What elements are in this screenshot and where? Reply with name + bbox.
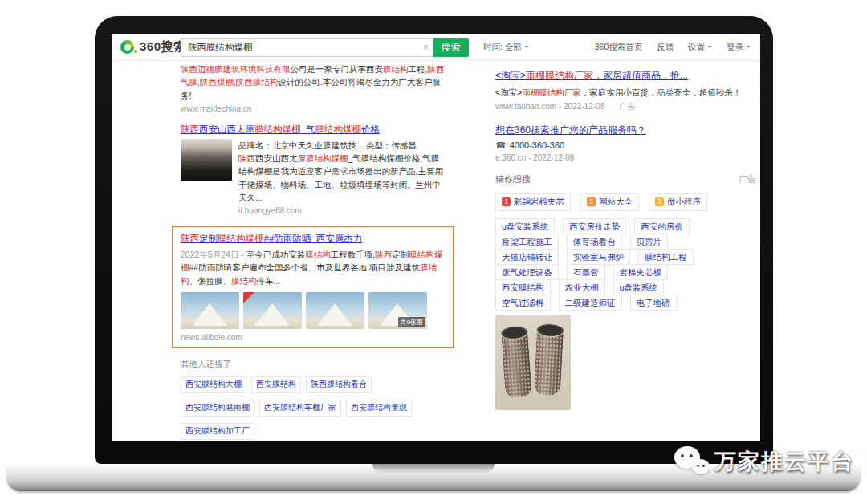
suggest-tag[interactable]: 天猫店铺转让 — [495, 249, 559, 265]
ad-title-link[interactable]: 想在360搜索推广您的产品服务吗？ — [495, 124, 756, 137]
nav-settings[interactable]: 设置 — [688, 42, 712, 51]
coal-shed-thumbnail[interactable] — [181, 139, 232, 181]
related-search-tag[interactable]: 西安膜结构大棚 — [181, 376, 246, 393]
suggest-tag-row: 废气处理设备石墨管岩棉夹芯板 — [495, 264, 756, 278]
laptop-base-notch — [372, 464, 495, 473]
related-searches-label: 其他人还搜了 — [181, 359, 446, 370]
result-url: it.huangye88.com — [238, 206, 446, 215]
clear-icon[interactable]: × — [422, 41, 429, 53]
search-button[interactable]: 搜索 — [434, 38, 469, 57]
mesh-filter-product-image[interactable] — [495, 315, 571, 410]
suggest-tag[interactable]: 废气处理设备 — [495, 264, 559, 280]
nav-home[interactable]: 360搜索首页 — [595, 42, 643, 51]
suggest-tag[interactable]: u盘安装系统 — [495, 218, 555, 234]
result-url: news.alibole.com — [181, 333, 446, 342]
suggest-tag[interactable]: 西安的房价 — [634, 218, 690, 234]
logo-text: 360搜索 — [140, 39, 186, 55]
result-url: www.maidechina.cn — [181, 104, 446, 113]
ad-url-line: www.taobao.com - 2022-12-08广告 — [495, 101, 756, 112]
ad-taobao: <淘宝>雨棚膜结构厂家，家居超值商品，抢... <淘宝>雨棚膜结构厂家，家庭实用… — [495, 69, 756, 112]
suggest-header: 广告 猜你想搜 — [495, 173, 756, 185]
suggest-section: 广告 猜你想搜 1彩钢岩棉夹芯2网站大全3做小程序 u盘安装系统西安房价走势西安… — [495, 173, 756, 309]
sidebar-column: <淘宝>雨棚膜结构厂家，家居超值商品，抢... <淘宝>雨棚膜结构厂家，家庭实用… — [495, 69, 756, 410]
photo-count-badge: 共9张图 — [398, 317, 425, 327]
suggest-tag[interactable]: u盘装系统 — [613, 279, 665, 295]
ad-title-link[interactable]: <淘宝>雨棚膜结构厂家，家居超值商品，抢... — [495, 69, 756, 83]
360-dot-icon — [134, 50, 137, 53]
related-search-tag[interactable]: 西安膜结构车棚厂家 — [259, 400, 341, 417]
ad-snippet: <淘宝>雨棚膜结构厂家，家庭实用小百货，品类齐全，超值秒杀！ — [495, 86, 756, 99]
hot-suggest-tag[interactable]: 3做小程序 — [649, 193, 707, 211]
result-title-link[interactable]: 陕西定制膜结构煤棚##防雨防晒_西安康杰力 — [181, 233, 446, 245]
result-huangye88: 陕西西安山西太原膜结构煤棚_气膜结构煤棚价格 品牌名：北京中天久业膜建筑技...… — [181, 124, 446, 215]
related-search-tag[interactable]: 西安膜结构遮雨棚 — [181, 400, 254, 417]
ad-360-promo: 想在360搜索推广您的产品服务吗？ ☎4000-360-360 e.360.cn… — [495, 124, 756, 162]
suggest-tag[interactable]: 电子地磅 — [630, 295, 677, 311]
nav-login[interactable]: 登录 — [727, 42, 751, 51]
suggest-tag[interactable]: 石墨管 — [567, 264, 605, 280]
suggest-tag-row: 西安膜结构农业大棚u盘装系统 — [495, 279, 756, 294]
ad-url: www.taobao.com - 2022-12-08 — [495, 102, 604, 111]
mesh-cylinder-right — [534, 327, 564, 396]
rank-badge: 3 — [655, 197, 664, 206]
phone-number: 4000-360-360 — [510, 140, 565, 150]
search-input[interactable] — [181, 39, 434, 56]
membrane-thumbnail-2[interactable] — [243, 292, 302, 329]
suggest-tag[interactable]: 空气过滤棉 — [495, 295, 551, 311]
page: 360搜索 × 搜索 时间: 全部 360搜索首页 反馈 设置 登录 陕西迈德膜… — [0, 0, 867, 504]
search-header: 360搜索 × 搜索 时间: 全部 360搜索首页 反馈 设置 登录 — [112, 34, 760, 61]
results-column: 陕西迈德膜建筑环境科技有限公司是一家专门从事西安膜结构工程,陕西气膜,陕西煤棚,… — [181, 63, 446, 441]
membrane-thumbnail-1[interactable] — [181, 292, 239, 329]
360-ring-icon — [120, 40, 134, 54]
watermark: 万家推云平台 — [673, 443, 854, 480]
related-search-tag[interactable]: 西安膜结构加工厂 — [181, 423, 254, 440]
result-snippet: 2022年5月24日 - 至今已成功安装膜结构工程数千项,陕西定制膜结构煤棚##… — [181, 248, 446, 287]
rank-badge: 2 — [587, 197, 596, 206]
hot-suggest-tags: 1彩钢岩棉夹芯2网站大全3做小程序 — [495, 193, 756, 218]
360-logo[interactable]: 360搜索 — [120, 39, 186, 55]
rank-badge: 1 — [502, 197, 511, 206]
phone-line: ☎4000-360-360 — [495, 140, 756, 151]
ad-label: 广告 — [739, 173, 756, 185]
related-search-tag[interactable]: 西安膜结构景观 — [346, 400, 412, 417]
suggest-tag[interactable]: 桥梁工程施工 — [495, 234, 559, 250]
suggest-tag-row: 空气过滤棉二级建造师证电子地磅 — [495, 295, 756, 309]
suggest-tag-row: 桥梁工程施工体育场看台贝雷片 — [495, 234, 756, 248]
suggest-tag[interactable]: 西安膜结构 — [495, 279, 551, 295]
time-filter-label: 时间: — [483, 42, 503, 51]
suggest-tag[interactable]: 西安房价走势 — [563, 218, 626, 234]
search-box[interactable]: × — [181, 38, 434, 57]
suggest-tag[interactable]: 农业大棚 — [559, 279, 605, 295]
chevron-down-icon — [524, 46, 529, 51]
thumbnail-strip: 共9张图 — [181, 292, 446, 329]
membrane-thumbnail-4[interactable]: 共9张图 — [368, 292, 427, 329]
suggest-tag[interactable]: 二级建造师证 — [559, 295, 622, 311]
mesh-cylinder-left — [501, 329, 532, 398]
hot-suggest-tag[interactable]: 1彩钢岩棉夹芯 — [495, 193, 571, 211]
hot-suggest-tag[interactable]: 2网站大全 — [580, 193, 639, 211]
laptop-screen: 360搜索 × 搜索 时间: 全部 360搜索首页 反馈 设置 登录 陕西迈德膜… — [112, 34, 760, 441]
result-title-link[interactable]: 陕西西安山西太原膜结构煤棚_气膜结构煤棚价格 — [181, 124, 446, 136]
related-search-tag[interactable]: 西安膜结构 — [251, 376, 301, 393]
suggest-tag[interactable]: 实验室马弗炉 — [567, 249, 630, 265]
membrane-thumbnail-3[interactable] — [306, 292, 364, 329]
result-date: 2022年5月24日 - — [181, 250, 246, 259]
suggest-tag[interactable]: 膜结构工程 — [638, 249, 694, 265]
suggest-tag-row: u盘安装系统西安房价走势西安的房价 — [495, 218, 756, 233]
time-filter[interactable]: 时间: 全部 — [483, 42, 529, 53]
ad-url: e.360.cn - 2022-12-08 — [495, 153, 756, 162]
related-searches: 其他人还搜了 西安膜结构大棚西安膜结构陕西膜结构看台西安膜结构遮雨棚西安膜结构车… — [181, 359, 446, 441]
related-search-tag[interactable]: 陕西膜结构看台 — [306, 376, 372, 393]
top-nav: 360搜索首页 反馈 设置 登录 — [583, 42, 751, 53]
phone-icon: ☎ — [495, 140, 507, 150]
ad-label: 广告 — [619, 102, 635, 111]
suggest-tag[interactable]: 体育场看台 — [567, 234, 622, 250]
wechat-icon — [673, 443, 711, 480]
watermark-text: 万家推云平台 — [714, 447, 854, 476]
suggest-title: 猜你想搜 — [495, 174, 531, 184]
nav-feedback[interactable]: 反馈 — [657, 42, 674, 51]
suggest-tag[interactable]: 贝雷片 — [630, 234, 669, 250]
suggest-tag-rows: u盘安装系统西安房价走势西安的房价桥梁工程施工体育场看台贝雷片天猫店铺转让实验室… — [495, 218, 756, 309]
suggest-tag[interactable]: 岩棉夹芯板 — [613, 264, 669, 280]
suggest-tag-row: 天猫店铺转让实验室马弗炉膜结构工程 — [495, 249, 756, 263]
